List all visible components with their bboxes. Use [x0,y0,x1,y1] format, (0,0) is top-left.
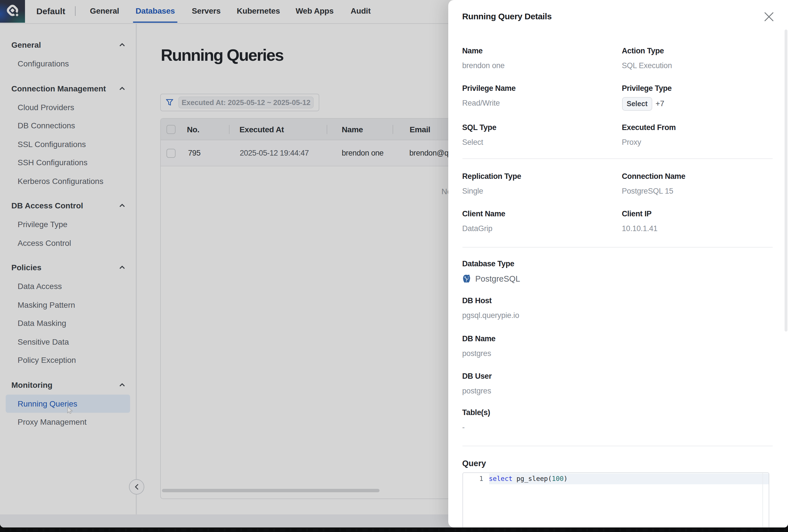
field-db-user: DB User postgres [462,370,773,397]
field-row: Name brendon one Action Type SQL Executi… [462,45,773,72]
running-query-details-drawer: Running Query Details Name brendon one A… [448,0,788,528]
field-row: Replication Type Single Connection Name … [462,171,773,198]
code-token-keyword: select [489,474,516,482]
field-label: Replication Type [462,171,622,182]
section-divider [462,158,773,159]
field-database-type: Database Type PostgreSQL [462,258,773,285]
field-value: pgsql.querypie.io [462,309,773,322]
code-line: 1 select pg_sleep(100) [463,473,769,484]
field-tables: Table(s) - [462,407,773,434]
field-label: Action Type [622,45,773,57]
privilege-type-value: Select +7 [622,97,773,110]
code-text: select pg_sleep(100) [489,473,568,484]
desktop-terminal-text [0,529,788,531]
field-row: Client Name DataGrip Client IP 10.10.1.4… [462,208,773,235]
field-row: SQL Type Select Executed From Proxy [462,122,773,148]
screen: Default General Databases Servers Kubern… [0,0,788,532]
field-executed-from: Executed From Proxy [622,122,773,148]
field-value: postgres [462,385,773,397]
field-label: SQL Type [462,122,622,133]
field-value: - [462,421,773,434]
field-connection-name: Connection Name PostgreSQL 15 [622,171,773,198]
field-replication-type: Replication Type Single [462,171,622,198]
field-label: DB Name [462,333,773,344]
query-section: Query 1 select pg_sleep(100) [462,458,773,528]
query-code-editor[interactable]: 1 select pg_sleep(100) [462,472,769,528]
field-value: DataGrip [462,222,622,235]
line-number: 1 [463,473,483,484]
postgresql-icon [462,274,471,283]
privilege-type-tag[interactable]: Select [622,97,652,110]
code-token-plain: pg_sleep( [516,474,552,482]
field-label: Privilege Name [462,83,622,94]
drawer-body: Name brendon one Action Type SQL Executi… [462,45,773,528]
privilege-type-more[interactable]: +7 [656,99,665,108]
field-value: 10.10.1.41 [622,222,773,235]
field-value: Read/Write [462,97,622,109]
field-client-ip: Client IP 10.10.1.41 [622,208,773,235]
field-value: Proxy [622,136,773,148]
field-db-host: DB Host pgsql.querypie.io [462,295,773,322]
field-privilege-type: Privilege Type Select +7 [622,83,773,110]
field-label: Connection Name [622,171,773,182]
field-value: brendon one [462,59,622,72]
code-token-plain: ) [564,474,568,482]
database-type-value: PostgreSQL [475,274,520,283]
field-sql-type: SQL Type Select [462,122,622,148]
field-label: Table(s) [462,407,773,418]
field-db-name: DB Name postgres [462,333,773,360]
field-label: DB Host [462,295,773,306]
close-icon[interactable] [764,12,774,21]
field-label: Client Name [462,208,622,220]
field-client-name: Client Name DataGrip [462,208,622,235]
field-label: Client IP [622,208,773,220]
browser-window: Default General Databases Servers Kubern… [0,0,788,528]
field-label: Executed From [622,122,773,133]
field-row: Privilege Name Read/Write Privilege Type… [462,83,773,110]
field-value: Select [462,136,622,148]
query-label: Query [462,458,773,469]
field-value: PostgreSQL 15 [622,185,773,198]
field-name: Name brendon one [462,45,622,72]
field-action-type: Action Type SQL Execution [622,45,773,72]
field-privilege-name: Privilege Name Read/Write [462,83,622,110]
field-label: Privilege Type [622,83,773,94]
drawer-title: Running Query Details [462,10,552,22]
database-type-row: PostgreSQL [462,272,773,285]
mouse-cursor [67,407,74,414]
section-divider [462,446,773,446]
field-label: Name [462,45,622,57]
drawer-scrollbar-thumb[interactable] [785,29,787,332]
field-value: SQL Execution [622,59,773,72]
field-label: Database Type [462,258,773,269]
code-token-number: 100 [552,474,564,482]
field-value: Single [462,185,622,198]
field-label: DB User [462,370,773,382]
section-divider [462,247,773,247]
field-value: postgres [462,347,773,360]
code-scrollbar-gutter [762,473,763,528]
